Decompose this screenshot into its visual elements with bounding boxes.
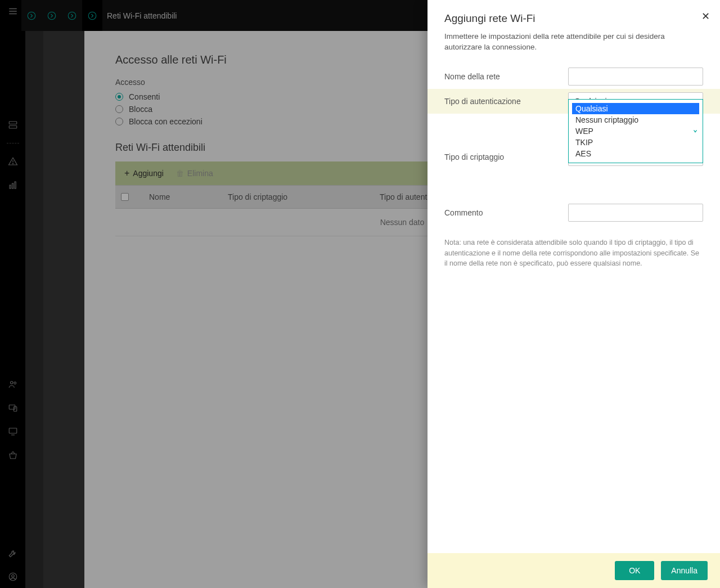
cancel-button[interactable]: Annulla [661, 561, 708, 580]
label-network-name: Nome della rete [444, 72, 568, 81]
dropdown-option[interactable]: AES [572, 148, 699, 159]
label-comment: Commento [444, 208, 568, 217]
label-auth-type: Tipo di autenticazione [444, 97, 568, 106]
panel-title: Aggiungi rete Wi-Fi [444, 12, 703, 25]
dropdown-option[interactable]: TKIP [572, 137, 699, 148]
close-icon[interactable]: ✕ [701, 10, 710, 23]
row-network-name: Nome della rete [444, 64, 703, 89]
add-wifi-panel: ✕ Aggiungi rete Wi-Fi Immettere le impos… [428, 0, 720, 588]
panel-subtitle: Immettere le impostazioni della rete att… [444, 32, 703, 53]
label-encryption-type: Tipo di criptaggio [444, 152, 568, 161]
input-comment[interactable] [568, 204, 703, 222]
panel-note: Nota: una rete è considerata attendibile… [444, 237, 703, 269]
encryption-dropdown-list: Qualsiasi Nessun criptaggio WEP TKIP AES [568, 99, 703, 163]
dropdown-option[interactable]: Qualsiasi [572, 103, 699, 114]
row-comment: Commento [444, 200, 703, 225]
ok-button[interactable]: OK [615, 561, 654, 580]
chevron-down-icon [692, 127, 698, 136]
input-network-name[interactable] [568, 68, 703, 86]
panel-footer: OK Annulla [428, 553, 720, 588]
dropdown-option[interactable]: Nessun criptaggio [572, 114, 699, 125]
dropdown-option[interactable]: WEP [572, 125, 699, 137]
